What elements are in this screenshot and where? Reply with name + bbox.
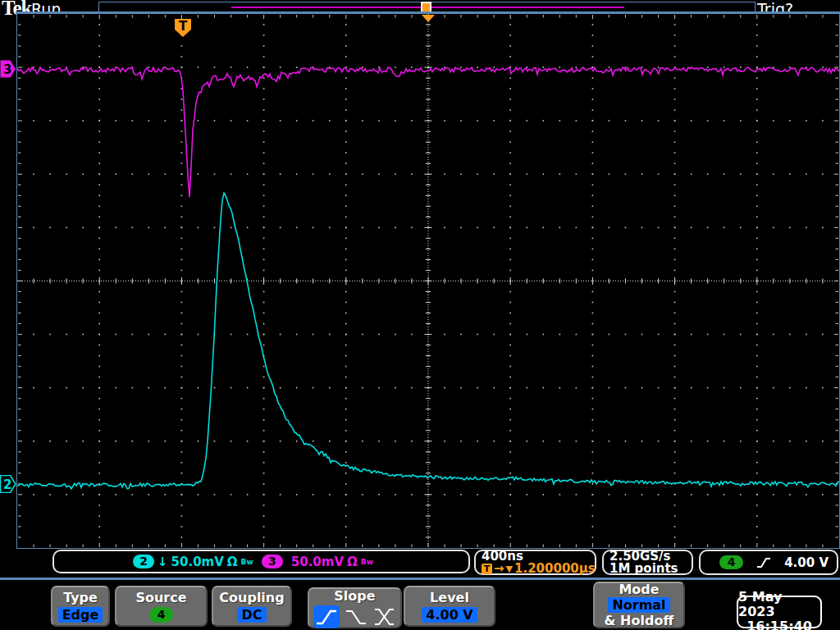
ch2-invert-icon: ↓ bbox=[158, 555, 168, 569]
level-button[interactable]: Level 4.00 V bbox=[404, 586, 495, 627]
ch3-ohm: Ω bbox=[347, 555, 358, 569]
rising-edge-icon bbox=[756, 556, 771, 568]
ch2-marker-label: 2 bbox=[3, 477, 11, 492]
ch2-badge: 2 bbox=[133, 555, 154, 568]
time-text: 16:15:40 bbox=[746, 619, 812, 630]
expansion-triangle-icon: ▼ bbox=[506, 563, 513, 575]
expansion-point-marker[interactable] bbox=[422, 15, 435, 22]
mode-label: Mode bbox=[619, 582, 659, 597]
ch3-ground-marker: 3 bbox=[0, 60, 16, 78]
delay-value: 1.200000µs bbox=[514, 563, 596, 575]
ch3-bw-limit: Bw bbox=[361, 558, 373, 566]
slope-rising-icon bbox=[315, 607, 338, 627]
waveform-display: T bbox=[16, 13, 840, 549]
arrow-icon: → bbox=[494, 563, 504, 575]
ch2-readout: 2 ↓50.0mVΩBw bbox=[133, 555, 253, 569]
trigger-t-marker-label: T bbox=[179, 19, 188, 34]
trigger-readout: 4 4.00 V bbox=[699, 550, 838, 575]
ch3-badge: 3 bbox=[262, 555, 283, 568]
ch2-scale: 50.0mV bbox=[171, 555, 224, 569]
trace-ch2 bbox=[17, 194, 839, 489]
mode-value: Normal bbox=[608, 597, 669, 613]
slope-label: Slope bbox=[334, 588, 375, 604]
channel-readouts: 2 ↓50.0mVΩBw 3 50.0mVΩBw bbox=[52, 550, 470, 573]
mode-button[interactable]: Mode Normal & Holdoff bbox=[593, 582, 685, 628]
coupling-label: Coupling bbox=[219, 590, 284, 605]
ch3-readout: 3 50.0mVΩBw bbox=[262, 555, 373, 569]
ch3-scale: 50.0mV bbox=[291, 555, 344, 569]
ch2-ohm: Ω bbox=[227, 555, 238, 569]
trigger-source-badge: 4 bbox=[719, 555, 743, 569]
date-text: 5 May 2023 bbox=[738, 590, 820, 619]
trigger-delay-readout: T → ▼ 1.200000µs bbox=[482, 563, 596, 575]
coupling-value: DC bbox=[237, 607, 266, 623]
bottom-divider bbox=[0, 578, 840, 580]
source-label: Source bbox=[135, 590, 186, 605]
source-button[interactable]: Source 4 bbox=[115, 586, 208, 627]
slope-falling-icon[interactable] bbox=[345, 607, 368, 627]
ch2-bw-limit: Bw bbox=[241, 558, 253, 566]
record-length: 1M points bbox=[609, 563, 678, 575]
ch2-ground-marker: 2 bbox=[0, 475, 16, 493]
mode-value2: & Holdoff bbox=[605, 613, 674, 628]
slope-button[interactable]: Slope bbox=[308, 587, 402, 628]
timebase-readout: 400ns T → ▼ 1.200000µs bbox=[474, 550, 596, 575]
type-button[interactable]: Type Edge bbox=[51, 586, 110, 627]
level-label: Level bbox=[430, 590, 469, 605]
type-label: Type bbox=[63, 590, 98, 605]
ch3-marker-label: 3 bbox=[3, 62, 11, 77]
graticule-svg: T bbox=[17, 14, 839, 548]
type-value: Edge bbox=[58, 607, 103, 623]
trigger-level-value: 4.00 V bbox=[784, 555, 829, 570]
level-value: 4.00 V bbox=[422, 607, 477, 623]
coupling-button[interactable]: Coupling DC bbox=[212, 586, 292, 627]
slope-rising-option[interactable] bbox=[313, 605, 340, 628]
datetime-display: 5 May 2023 16:15:40 bbox=[737, 596, 822, 628]
acquisition-readout: 2.50GS/s 1M points bbox=[602, 550, 693, 575]
source-value-badge: 4 bbox=[149, 607, 173, 623]
trigger-t-icon: T bbox=[482, 564, 492, 574]
slope-either-icon[interactable] bbox=[372, 607, 397, 627]
slope-options bbox=[313, 605, 397, 628]
